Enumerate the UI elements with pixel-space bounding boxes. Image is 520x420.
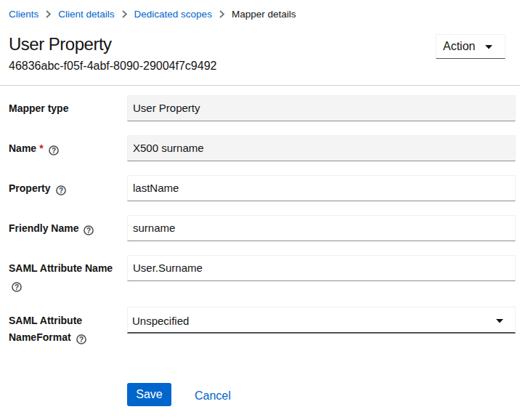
svg-text:?: ?: [52, 147, 56, 155]
svg-text:?: ?: [86, 227, 91, 235]
svg-text:?: ?: [15, 283, 19, 291]
svg-text:?: ?: [59, 187, 63, 195]
svg-text:?: ?: [79, 336, 84, 344]
